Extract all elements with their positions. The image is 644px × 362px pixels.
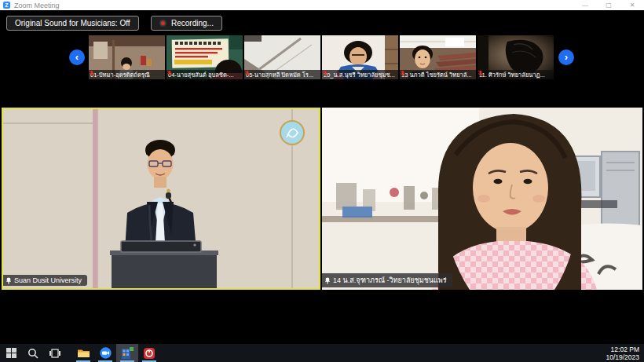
gallery-next-button[interactable]: › bbox=[558, 49, 574, 65]
participant-name: 13 นภวดี ไชยรัตน์ วิทยาลั... bbox=[401, 70, 472, 79]
participant-name: 11. ศิวรักษ์ วิทยาลัยนาฏ... bbox=[479, 70, 545, 79]
muted-mic-icon bbox=[244, 70, 251, 77]
windows-logo-icon bbox=[6, 348, 16, 358]
participant-name: 04-นายสุขสันต์ อุบลชิด-... bbox=[168, 70, 234, 79]
start-button[interactable] bbox=[0, 344, 22, 362]
taskbar-clock[interactable]: 12:02 PM 10/19/2023 bbox=[606, 346, 639, 361]
main-video-speaker[interactable]: Suan Dusit University bbox=[2, 108, 320, 290]
pin-icon bbox=[5, 277, 12, 284]
tiles-app-icon bbox=[122, 347, 134, 359]
window-titlebar: Z Zoom Meeting — ▢ ✕ bbox=[0, 0, 644, 10]
zoom-app-button[interactable] bbox=[94, 344, 116, 362]
muted-mic-icon bbox=[478, 70, 484, 77]
participant-name-label: 14 น.ส.จุฑาภรณ์ -วิทยาลัยชุมชนแพร่ bbox=[322, 273, 452, 287]
recorder-app-button[interactable] bbox=[138, 344, 160, 362]
clock-date: 10/19/2023 bbox=[606, 353, 639, 361]
participant-thumbnail[interactable]: 13 นภวดี ไชยรัตน์ วิทยาลั... bbox=[400, 35, 476, 79]
minimize-button[interactable]: — bbox=[573, 0, 597, 10]
participant-video-scene bbox=[322, 108, 642, 290]
participant-thumbnail[interactable]: 11. ศิวรักษ์ วิทยาลัยนาฏ... bbox=[478, 35, 554, 79]
participant-thumbnail[interactable]: 20_น.ส.นุชรี วิทยาลัยชุมช... bbox=[322, 35, 398, 79]
speaker-name-label: Suan Dusit University bbox=[3, 275, 87, 286]
clock-time: 12:02 PM bbox=[606, 346, 639, 353]
speaker-video-scene bbox=[3, 109, 319, 288]
university-emblem bbox=[280, 121, 304, 144]
muted-mic-icon bbox=[400, 70, 406, 77]
muted-mic-icon bbox=[89, 70, 95, 77]
active-app-button[interactable] bbox=[116, 344, 138, 362]
zoom-app-icon bbox=[100, 347, 112, 359]
participant-thumbnail[interactable]: 01-ปัทมา-อุดรดิตถ์ดรุณี bbox=[89, 35, 165, 79]
task-view-icon bbox=[49, 349, 60, 358]
participant-thumbnail[interactable]: 04-นายสุขสันต์ อุบลชิด-... bbox=[166, 35, 243, 79]
recording-dot-icon bbox=[159, 20, 166, 27]
pin-icon bbox=[324, 277, 331, 284]
main-video-participant[interactable]: 14 น.ส.จุฑาภรณ์ -วิทยาลัยชุมชนแพร่ bbox=[322, 108, 642, 290]
maximize-button[interactable]: ▢ bbox=[597, 0, 620, 10]
muted-mic-icon bbox=[166, 70, 173, 77]
task-view-button[interactable] bbox=[44, 344, 66, 362]
window-title: Zoom Meeting bbox=[14, 2, 60, 9]
participant-main-name: 14 น.ส.จุฑาภรณ์ -วิทยาลัยชุมชนแพร่ bbox=[333, 275, 447, 286]
recording-label: Recording... bbox=[171, 19, 214, 27]
participant-name: 05-นายสุกหลี ปิดหมัด โร... bbox=[246, 70, 313, 79]
file-explorer-icon bbox=[78, 349, 90, 358]
gallery-prev-button[interactable]: ‹ bbox=[69, 49, 85, 65]
chevron-right-icon: › bbox=[565, 49, 568, 65]
recorder-app-icon bbox=[144, 348, 155, 359]
original-sound-button[interactable]: Original Sound for Musicians: Off bbox=[6, 16, 139, 31]
recording-indicator-button[interactable]: Recording... bbox=[151, 16, 222, 31]
participant-thumbnail[interactable]: 05-นายสุกหลี ปิดหมัด โร... bbox=[244, 35, 320, 79]
original-sound-label: Original Sound for Musicians: Off bbox=[15, 19, 130, 27]
windows-taskbar: 12:02 PM 10/19/2023 bbox=[0, 344, 644, 362]
zoom-meeting-client: Original Sound for Musicians: Off Record… bbox=[0, 10, 644, 344]
search-icon bbox=[27, 348, 38, 359]
chevron-left-icon: ‹ bbox=[75, 49, 79, 65]
file-explorer-button[interactable] bbox=[72, 344, 94, 362]
muted-mic-icon bbox=[322, 70, 328, 77]
taskbar-search-button[interactable] bbox=[22, 344, 44, 362]
participant-name: 01-ปัทมา-อุดรดิตถ์ดรุณี bbox=[90, 70, 150, 79]
speaker-name: Suan Dusit University bbox=[14, 276, 82, 284]
zoom-logo-icon: Z bbox=[3, 2, 10, 9]
close-button[interactable]: ✕ bbox=[620, 0, 644, 10]
participant-name: 20_น.ส.นุชรี วิทยาลัยชุมช... bbox=[324, 70, 395, 79]
